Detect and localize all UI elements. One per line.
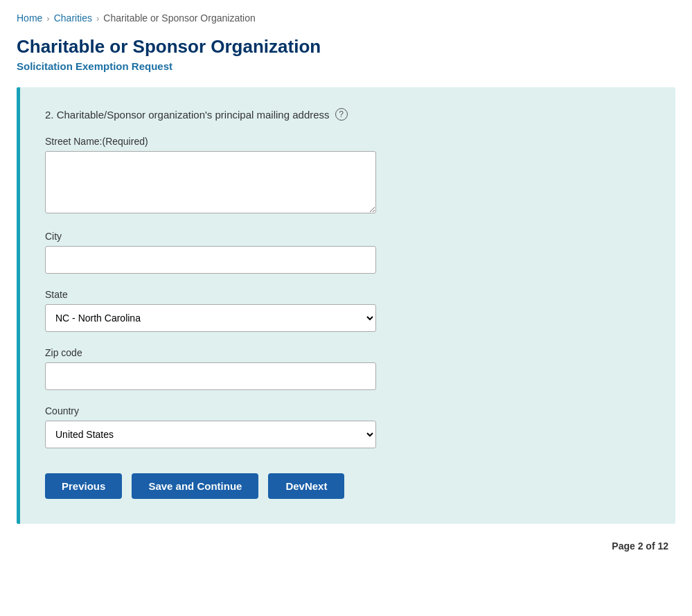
save-continue-button[interactable]: Save and Continue [132, 473, 258, 499]
zip-input[interactable] [45, 362, 376, 390]
zip-field-group: Zip code [45, 347, 650, 390]
previous-button[interactable]: Previous [45, 473, 122, 499]
street-input[interactable] [45, 151, 376, 213]
page-title: Charitable or Sponsor Organization [17, 36, 675, 58]
breadcrumb-home-link[interactable]: Home [17, 12, 42, 24]
help-icon[interactable]: ? [335, 108, 348, 121]
state-select[interactable]: AL - AlabamaAK - AlaskaAZ - ArizonaAR - … [45, 304, 376, 332]
city-label: City [45, 231, 650, 242]
breadcrumb-current: Charitable or Sponsor Organization [103, 12, 255, 24]
section-label-text: 2. Charitable/Sponsor organization's pri… [45, 109, 330, 121]
devnext-button[interactable]: DevNext [268, 473, 344, 499]
street-label: Street Name:(Required) [45, 136, 650, 147]
zip-label: Zip code [45, 347, 650, 358]
city-field-group: City [45, 231, 650, 274]
country-select[interactable]: United StatesCanadaMexicoUnited KingdomO… [45, 421, 376, 448]
state-field-group: State AL - AlabamaAK - AlaskaAZ - Arizon… [45, 289, 650, 332]
state-label: State [45, 289, 650, 300]
breadcrumb: Home › Charities › Charitable or Sponsor… [17, 12, 675, 24]
section-label: 2. Charitable/Sponsor organization's pri… [45, 108, 650, 121]
button-row: Previous Save and Continue DevNext [45, 473, 650, 499]
street-field-group: Street Name:(Required) [45, 136, 650, 215]
country-field-group: Country United StatesCanadaMexicoUnited … [45, 405, 650, 448]
page-indicator: Page 2 of 12 [17, 540, 675, 552]
breadcrumb-sep-1: › [46, 13, 49, 24]
page-subtitle: Solicitation Exemption Request [17, 60, 675, 72]
form-card: 2. Charitable/Sponsor organization's pri… [17, 87, 675, 524]
country-label: Country [45, 405, 650, 416]
breadcrumb-charities-link[interactable]: Charities [54, 12, 92, 24]
city-input[interactable] [45, 246, 376, 274]
breadcrumb-sep-2: › [96, 13, 99, 24]
